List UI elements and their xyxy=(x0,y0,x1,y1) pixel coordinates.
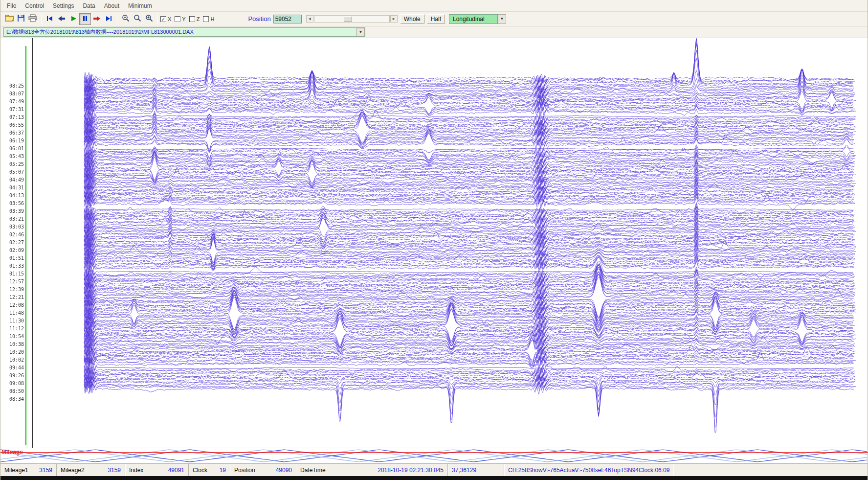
axis-toggle-z[interactable]: Z xyxy=(189,16,203,22)
floppy-disk-icon xyxy=(17,14,25,24)
status-field-label: Mileage1 xyxy=(4,467,28,474)
position-label: Position xyxy=(248,15,270,23)
view-mode-select[interactable]: Longitudinal xyxy=(449,14,498,24)
checkbox-x[interactable]: ✓ xyxy=(160,16,166,22)
open-folder-icon xyxy=(5,14,14,23)
scroll-left-icon[interactable]: ◄ xyxy=(306,15,313,23)
pause-button[interactable] xyxy=(79,13,91,25)
print-button[interactable] xyxy=(27,13,39,25)
toolbar-separator xyxy=(41,14,42,24)
mileage-label: Mileage xyxy=(1,449,23,456)
status-field-label: DateTime xyxy=(300,467,326,474)
menu-bar: FileControlSettingsDataAboutMinimum xyxy=(0,0,868,12)
position-scrollbar-thumb[interactable] xyxy=(344,16,352,22)
chevron-down-icon[interactable]: ▼ xyxy=(498,14,506,24)
skip-start-icon xyxy=(46,15,53,23)
menu-item-about[interactable]: About xyxy=(100,0,124,11)
arrow-left-icon xyxy=(58,15,66,23)
mfl-waveform-canvas[interactable] xyxy=(0,38,868,448)
zoom-icon xyxy=(134,14,141,24)
step-forward-button[interactable] xyxy=(91,13,103,25)
status-bar: Mileage13159Mileage23159Index49091Clock1… xyxy=(0,463,868,476)
half-button[interactable]: Half xyxy=(427,14,445,24)
checkbox-h[interactable] xyxy=(203,16,209,22)
status-field-label: Position xyxy=(234,467,255,474)
status-field-clock: Clock19 xyxy=(189,464,230,476)
status-field-value: 49091 xyxy=(168,467,184,474)
go-last-button[interactable] xyxy=(103,13,114,25)
status-field-value: 19 xyxy=(220,467,226,474)
status-field-extra7: CH:258ShowV:-765ActuaV:-750ffset:46TopTS… xyxy=(504,464,673,476)
status-field-value: 2018-10-19 02:21:30:045 xyxy=(378,467,444,474)
axis-toggle-y[interactable]: Y xyxy=(175,16,189,22)
step-back-button[interactable] xyxy=(56,13,67,25)
file-path-bar: E:\数据\813全方位20181019\813轴向数据----20181019… xyxy=(0,26,868,38)
menu-item-settings[interactable]: Settings xyxy=(48,0,78,11)
zoom-reset-button[interactable] xyxy=(132,13,143,25)
start-marker-line xyxy=(25,46,26,445)
axis-toggle-h[interactable]: H xyxy=(203,16,218,22)
toolbar-separator xyxy=(117,14,117,24)
menu-item-file[interactable]: File xyxy=(2,0,21,11)
bottom-edge xyxy=(0,476,868,480)
menu-item-data[interactable]: Data xyxy=(78,0,99,11)
status-field-value: CH:258ShowV:-765ActuaV:-750ffset:46TopTS… xyxy=(508,467,669,474)
axis-line xyxy=(32,38,33,448)
status-field-extra6: 37,36129 xyxy=(448,464,504,476)
printer-icon xyxy=(28,14,37,24)
checkbox-label: Y xyxy=(182,16,185,22)
app-window: FileControlSettingsDataAboutMinimum xyxy=(0,0,868,480)
checkbox-label: Z xyxy=(197,16,200,22)
status-field-value: 49090 xyxy=(276,467,292,474)
status-field-label: Index xyxy=(129,467,143,474)
mileage-strip: Mileage xyxy=(0,448,868,463)
toolbar-separator xyxy=(157,14,158,24)
scroll-right-icon[interactable]: ► xyxy=(390,15,398,23)
toolbar: ✓XYZH Position 59052 ◄ ► Whole Half Long… xyxy=(0,12,868,26)
checkbox-z[interactable] xyxy=(189,16,195,22)
position-scrollbar[interactable] xyxy=(314,15,390,23)
waveform-plot-area: 08:2508:0707:4907:3107:1306:5506:3706:19… xyxy=(0,38,868,448)
menu-item-control[interactable]: Control xyxy=(21,0,48,11)
status-field-label: Mileage2 xyxy=(61,467,85,474)
axis-toggle-x[interactable]: ✓X xyxy=(160,16,175,22)
status-field-mileage2: Mileage23159 xyxy=(57,464,125,476)
file-path-combo[interactable]: E:\数据\813全方位20181019\813轴向数据----20181019… xyxy=(3,27,365,37)
open-file-button[interactable] xyxy=(3,13,15,25)
status-field-value: 37,36129 xyxy=(452,467,476,474)
zoom-in-icon xyxy=(145,14,153,24)
checkbox-label: H xyxy=(210,16,214,22)
go-first-button[interactable] xyxy=(44,13,56,25)
status-field-label: Clock xyxy=(193,467,207,474)
status-field-mileage1: Mileage13159 xyxy=(0,464,57,476)
zoom-out-button[interactable] xyxy=(120,13,132,25)
save-button[interactable] xyxy=(15,13,27,25)
arrow-right-icon xyxy=(93,15,101,23)
position-value-field[interactable]: 59052 xyxy=(273,15,302,23)
axis-toggle-group: ✓XYZH xyxy=(160,16,218,22)
skip-end-icon xyxy=(105,15,112,23)
pause-icon xyxy=(82,15,88,23)
chevron-down-icon[interactable]: ▼ xyxy=(356,28,365,36)
zoom-in-button[interactable] xyxy=(143,13,155,25)
file-path-text: E:\数据\813全方位20181019\813轴向数据----20181019… xyxy=(4,28,356,36)
whole-button[interactable]: Whole xyxy=(400,14,424,24)
checkbox-y[interactable] xyxy=(175,16,180,22)
menu-item-minimum[interactable]: Minimum xyxy=(124,0,156,11)
play-icon xyxy=(70,15,77,23)
status-field-value: 3159 xyxy=(108,467,121,474)
status-field-position: Position49090 xyxy=(230,464,296,476)
status-field-value: 3159 xyxy=(39,467,52,474)
play-button[interactable] xyxy=(67,13,79,25)
checkbox-label: X xyxy=(168,16,171,22)
status-field-index: Index49091 xyxy=(125,464,189,476)
status-field-datetime: DateTime2018-10-19 02:21:30:045 xyxy=(296,464,448,476)
zoom-out-icon xyxy=(122,14,130,24)
mileage-canvas[interactable] xyxy=(0,448,868,464)
